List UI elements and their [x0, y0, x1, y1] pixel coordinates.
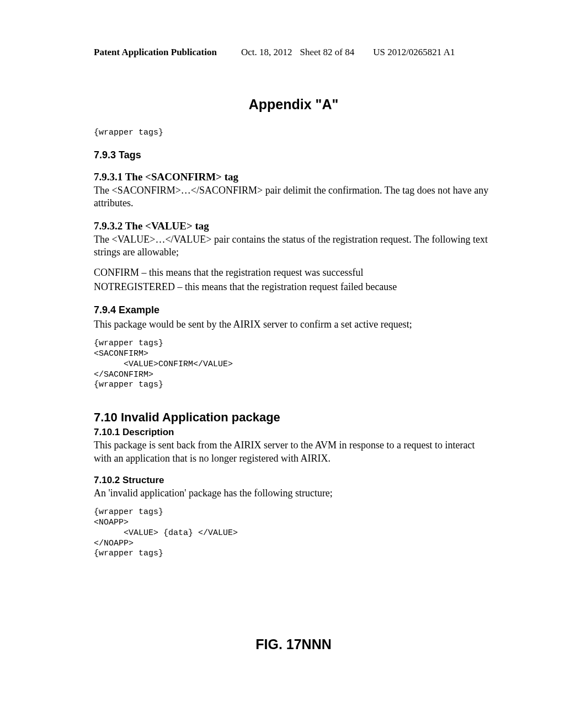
- code-7-9-4: {wrapper tags} <SACONFIRM> <VALUE>CONFIR…: [94, 339, 493, 390]
- heading-7-9-4: 7.9.4 Example: [94, 304, 493, 316]
- heading-7-9-3-1: 7.9.3.1 The <SACONFIRM> tag: [94, 171, 493, 183]
- para-7-9-3-2-c: NOTREGISTERED – this means that the regi…: [94, 281, 493, 293]
- para-7-10-1: This package is sent back from the AIRIX…: [94, 439, 493, 465]
- para-7-9-3-2-b: CONFIRM – this means that the registrati…: [94, 266, 493, 279]
- heading-7-9-3-2: 7.9.3.2 The <VALUE> tag: [94, 220, 493, 232]
- code-wrapper-tags: {wrapper tags}: [94, 128, 493, 138]
- para-7-9-3-1: The <SACONFIRM>…</SACONFIRM> pair delimi…: [94, 184, 493, 210]
- code-7-10-2: {wrapper tags} <NOAPP> <VALUE> {data} </…: [94, 507, 493, 559]
- para-7-9-4: This package would be sent by the AIRIX …: [94, 318, 493, 331]
- page-header: Patent Application PublicationOct. 18, 2…: [94, 47, 493, 58]
- header-date: Oct. 18, 2012: [241, 47, 292, 57]
- header-publication: Patent Application Publication: [94, 47, 217, 57]
- figure-caption: FIG. 17NNN: [94, 636, 493, 652]
- heading-7-9-3: 7.9.3 Tags: [94, 149, 493, 161]
- para-7-10-2: An 'invalid application' package has the…: [94, 487, 493, 500]
- appendix-title: Appendix "A": [94, 97, 493, 113]
- heading-7-10-2: 7.10.2 Structure: [94, 475, 493, 486]
- header-pubno: US 2012/0265821 A1: [373, 47, 455, 57]
- heading-7-10: 7.10 Invalid Application package: [94, 410, 493, 425]
- para-7-9-3-2-a: The <VALUE>…</VALUE> pair contains the s…: [94, 233, 493, 259]
- heading-7-10-1: 7.10.1 Description: [94, 427, 493, 438]
- page: Patent Application PublicationOct. 18, 2…: [0, 0, 565, 686]
- header-sheet: Sheet 82 of 84: [300, 47, 354, 57]
